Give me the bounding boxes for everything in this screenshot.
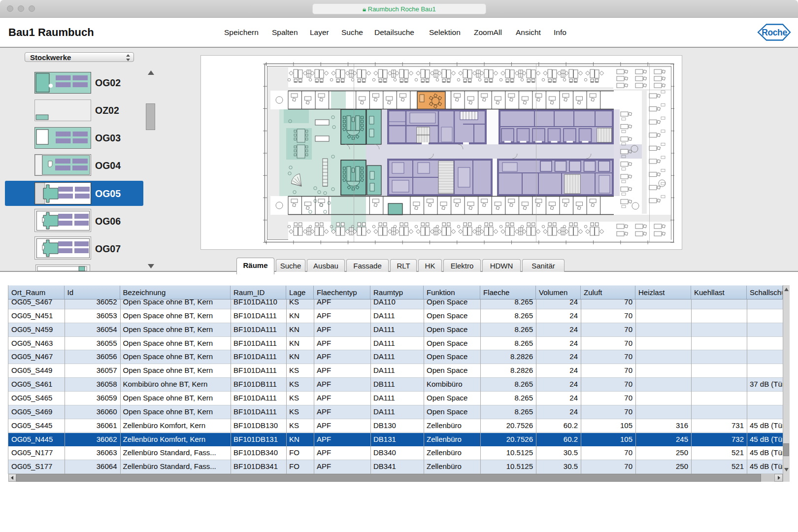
svg-text:OG07: OG07 — [95, 243, 121, 254]
svg-text:Roche: Roche — [762, 28, 787, 37]
svg-text:OG02: OG02 — [95, 77, 121, 88]
svg-text:OG04: OG04 — [95, 160, 121, 171]
svg-text:OZ02: OZ02 — [95, 105, 119, 116]
svg-text:OG06: OG06 — [95, 216, 121, 227]
svg-text:OG03: OG03 — [95, 133, 121, 143]
svg-text:OG05: OG05 — [95, 188, 121, 199]
